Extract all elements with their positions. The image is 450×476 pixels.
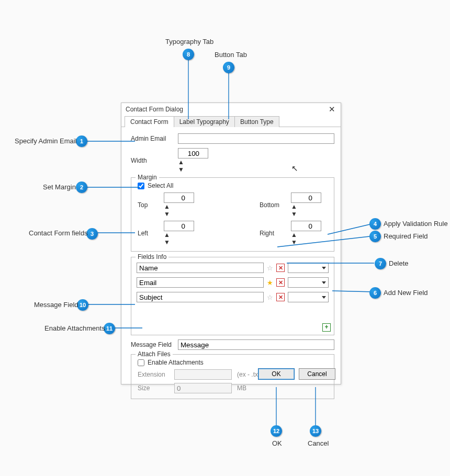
field-name-input[interactable] <box>137 292 264 302</box>
callout-bubble: 8 <box>183 49 194 60</box>
callout-bubble: 9 <box>223 62 234 73</box>
spinner-up-icon[interactable]: ▲ <box>164 203 200 210</box>
add-field-button[interactable]: + <box>322 323 331 332</box>
star-icon[interactable]: ☆ <box>267 293 273 301</box>
extension-label: Extension <box>138 371 169 378</box>
field-row: ☆ ✕ <box>137 263 329 273</box>
titlebar: Contact Form Dialog ✕ <box>121 103 341 116</box>
validation-combo[interactable] <box>288 292 329 302</box>
enable-attachments-label: Enable Attachments <box>148 359 204 366</box>
validation-combo[interactable] <box>288 263 329 273</box>
spinner-down-icon[interactable]: ▼ <box>178 166 208 173</box>
contact-form-dialog: Contact Form Dialog ✕ Contact Form Label… <box>121 103 341 384</box>
tab-contact-form[interactable]: Contact Form <box>125 116 174 127</box>
margin-group: Margin Select All Top ▲▼ Bottom ▲▼ Left … <box>131 177 334 252</box>
fields-info-title: Fields Info <box>136 253 168 260</box>
select-all-label: Select All <box>148 182 173 189</box>
cancel-button[interactable]: Cancel <box>299 368 335 380</box>
callout-bubble: 7 <box>375 258 386 269</box>
ok-button[interactable]: OK <box>258 368 295 380</box>
size-unit: MB <box>237 384 246 392</box>
callout-bubble: 13 <box>310 425 321 437</box>
enable-attachments-checkbox[interactable]: Enable Attachments <box>138 359 328 366</box>
tabs: Contact Form Label Typography Button Typ… <box>121 116 341 127</box>
size-label: Size <box>138 384 169 392</box>
delete-icon[interactable]: ✕ <box>276 264 285 272</box>
callout-bubble: 10 <box>77 299 88 311</box>
field-row: ★ ✕ <box>137 277 329 288</box>
callout-bubble: 3 <box>86 228 98 240</box>
field-row: ☆ ✕ <box>137 292 329 302</box>
validation-combo[interactable] <box>288 277 329 288</box>
spinner-down-icon[interactable]: ▼ <box>164 239 200 246</box>
dialog-title: Contact Form Dialog <box>126 106 183 113</box>
margin-left-label: Left <box>138 230 164 237</box>
field-name-input[interactable] <box>137 263 264 273</box>
admin-email-input[interactable] <box>178 133 334 144</box>
callout-bubble: 11 <box>104 323 115 334</box>
spinner-up-icon[interactable]: ▲ <box>291 203 328 210</box>
callout-label: Typography Tab <box>165 38 213 46</box>
callout-label: Message Field <box>34 301 78 309</box>
spinner-down-icon[interactable]: ▼ <box>291 210 328 218</box>
spinner-up-icon[interactable]: ▲ <box>164 231 200 239</box>
callout-bubble: 12 <box>271 425 282 437</box>
spinner-down-icon[interactable]: ▼ <box>291 239 328 246</box>
callout-label: Specify Admin Email <box>15 137 77 145</box>
star-icon[interactable]: ★ <box>267 279 273 287</box>
margin-left-spinner[interactable] <box>164 221 194 231</box>
callout-label: Add New Field <box>384 289 428 297</box>
callout-bubble: 6 <box>369 287 381 299</box>
margin-bottom-label: Bottom <box>260 201 291 209</box>
margin-top-spinner[interactable] <box>164 192 194 203</box>
size-input <box>174 383 232 393</box>
callout-label: Button Tab <box>215 51 247 59</box>
callout-bubble: 4 <box>369 218 381 230</box>
fields-info-group: Fields Info ☆ ✕ ★ ✕ ☆ ✕ + <box>131 257 334 335</box>
message-field-input[interactable] <box>178 339 334 350</box>
margin-right-spinner[interactable] <box>291 221 321 231</box>
cursor-icon: ↖ <box>291 164 298 173</box>
message-field-label: Message Field <box>131 341 173 348</box>
width-label: Width <box>131 157 173 164</box>
margin-top-label: Top <box>138 201 164 209</box>
spinner-up-icon[interactable]: ▲ <box>291 231 328 239</box>
callout-label: OK <box>272 439 282 447</box>
callout-label: Required Field <box>384 232 428 240</box>
margin-right-label: Right <box>260 230 291 237</box>
enable-attachments-input[interactable] <box>138 359 144 366</box>
callout-bubble: 1 <box>76 135 87 147</box>
callout-label: Enable Attachments <box>44 324 105 332</box>
field-name-input[interactable] <box>137 277 264 288</box>
callout-label: Delete <box>389 259 409 267</box>
close-icon[interactable]: ✕ <box>327 105 338 114</box>
admin-email-label: Admin Email <box>131 135 173 142</box>
callout-bubble: 5 <box>369 231 381 242</box>
margin-group-title: Margin <box>136 174 159 181</box>
select-all-input[interactable] <box>138 183 144 189</box>
callout-label: Contact Form fields <box>29 229 88 237</box>
callout-label: Set Margin <box>43 183 76 191</box>
extension-input <box>174 369 232 380</box>
spinner-up-icon[interactable]: ▲ <box>178 158 208 166</box>
spinner-down-icon[interactable]: ▼ <box>164 210 200 218</box>
callout-label: Apply Validation Rule <box>384 220 448 228</box>
callout-bubble: 2 <box>76 182 87 193</box>
star-icon[interactable]: ☆ <box>267 264 273 272</box>
tab-button-type[interactable]: Button Type <box>234 116 279 127</box>
callout-label: Cancel <box>308 439 329 447</box>
select-all-checkbox[interactable]: Select All <box>138 182 328 189</box>
width-spinner[interactable] <box>178 148 208 158</box>
delete-icon[interactable]: ✕ <box>276 293 285 301</box>
attach-files-title: Attach Files <box>136 350 173 358</box>
delete-icon[interactable]: ✕ <box>276 278 285 287</box>
dialog-body: Admin Email Width ▲ ▼ Margin Select All … <box>121 127 341 399</box>
margin-bottom-spinner[interactable] <box>291 192 321 203</box>
tab-label-typography[interactable]: Label Typography <box>174 116 235 127</box>
